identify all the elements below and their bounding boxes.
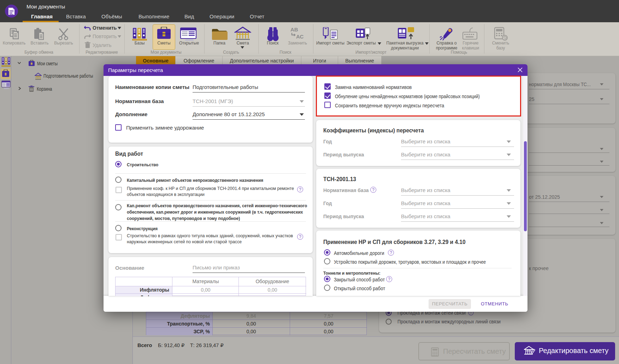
svg-text:АС: АС xyxy=(296,34,303,40)
svg-text:?: ? xyxy=(470,311,472,315)
svg-text:АВ: АВ xyxy=(290,26,298,32)
